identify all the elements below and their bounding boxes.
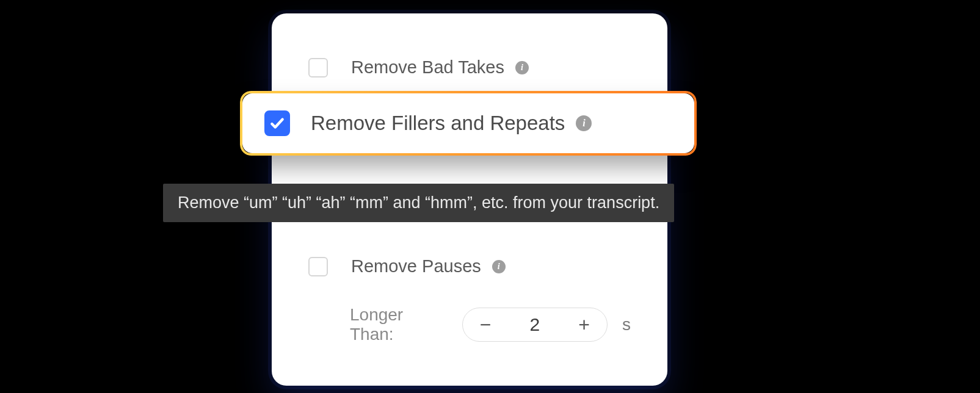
- pause-threshold-stepper: − 2 +: [462, 308, 608, 342]
- pause-threshold-row: Longer Than: − 2 + s: [272, 305, 667, 344]
- info-icon[interactable]: i: [576, 115, 592, 131]
- option-label: Remove Bad Takes: [351, 57, 504, 78]
- info-icon[interactable]: i: [515, 61, 529, 74]
- info-icon[interactable]: i: [492, 260, 506, 273]
- option-remove-fillers[interactable]: Remove Fillers and Repeats i: [242, 93, 694, 153]
- option-remove-pauses[interactable]: Remove Pauses i: [272, 256, 667, 276]
- option-remove-bad-takes[interactable]: Remove Bad Takes i: [272, 57, 667, 78]
- option-label: Remove Pauses: [351, 256, 481, 276]
- option-label: Remove Fillers and Repeats: [311, 112, 565, 135]
- pause-threshold-value[interactable]: 2: [509, 314, 561, 335]
- checkbox-pauses[interactable]: [308, 257, 328, 276]
- checkbox-fillers[interactable]: [264, 110, 290, 136]
- pause-threshold-unit: s: [622, 315, 631, 334]
- increment-button[interactable]: +: [561, 308, 607, 341]
- checkbox-bad-takes[interactable]: [308, 58, 328, 78]
- pause-threshold-label: Longer Than:: [350, 305, 448, 344]
- decrement-button[interactable]: −: [463, 308, 509, 341]
- tooltip-fillers-description: Remove “um” “uh” “ah” “mm” and “hmm”, et…: [163, 184, 674, 222]
